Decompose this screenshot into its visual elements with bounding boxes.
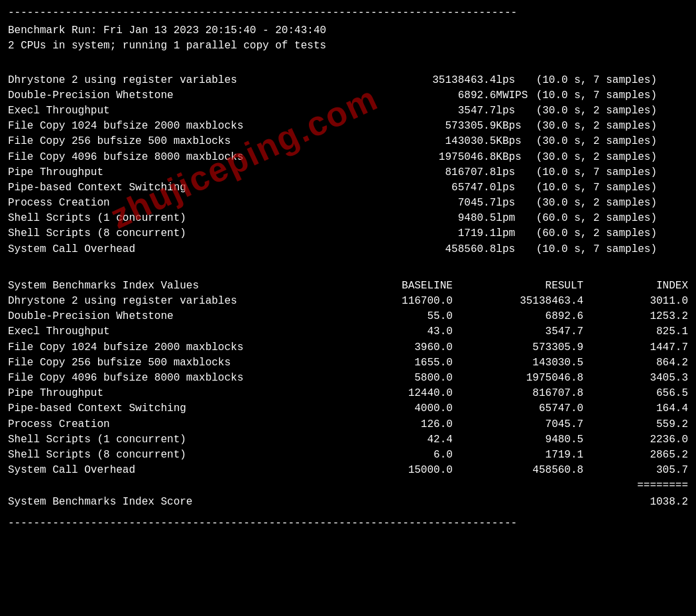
bench-name: Execl Throughput: [8, 103, 416, 119]
bench-name: System Call Overhead: [8, 242, 416, 257]
bench-unit: lps: [496, 196, 536, 211]
benchmark-row: Execl Throughput 3547.7 lps (30.0 s, 2 s…: [8, 103, 688, 119]
index-name: Shell Scripts (8 concurrent): [8, 448, 348, 463]
index-result: 1975046.8: [453, 371, 583, 386]
benchmark-header: Benchmark Run: Fri Jan 13 2023 20:15:40 …: [8, 23, 688, 54]
bench-info: (30.0 s, 2 samples): [536, 134, 688, 149]
bench-value: 1719.1: [416, 226, 496, 241]
bench-info: (10.0 s, 7 samples): [536, 242, 688, 257]
index-baseline: 3960.0: [348, 340, 453, 355]
bench-info: (10.0 s, 7 samples): [536, 165, 688, 180]
bench-unit: lps: [496, 103, 536, 119]
bench-unit: lps: [496, 242, 536, 257]
bench-unit: KBps: [496, 150, 536, 165]
index-index: 3405.3: [583, 371, 688, 386]
terminal-container: ----------------------------------------…: [8, 5, 688, 531]
bench-value: 65747.0: [416, 180, 496, 196]
score-label: System Benchmarks Index Score: [8, 493, 583, 510]
bench-unit: KBps: [496, 134, 536, 149]
benchmark-row: Pipe-based Context Switching 65747.0 lps…: [8, 180, 688, 196]
index-values-table: System Benchmarks Index Values BASELINE …: [8, 278, 688, 511]
index-data-row: Pipe-based Context Switching 4000.0 6574…: [8, 401, 688, 416]
index-data-row: Shell Scripts (1 concurrent) 42.4 9480.5…: [8, 432, 688, 448]
bench-value: 816707.8: [416, 165, 496, 180]
index-col-baseline: BASELINE: [348, 278, 453, 294]
bench-name: Pipe Throughput: [8, 165, 416, 180]
bench-name: File Copy 4096 bufsize 8000 maxblocks: [8, 150, 416, 165]
index-result: 143030.5: [453, 355, 583, 371]
bench-unit: KBps: [496, 119, 536, 134]
bench-value: 573305.9: [416, 119, 496, 134]
bench-value: 9480.5: [416, 211, 496, 226]
bench-info: (60.0 s, 2 samples): [536, 211, 688, 226]
index-result: 7045.7: [453, 417, 583, 432]
index-result: 458560.8: [453, 463, 583, 478]
index-index: 656.5: [583, 386, 688, 401]
bench-unit: lpm: [496, 226, 536, 241]
index-name: File Copy 4096 bufsize 8000 maxblocks: [8, 371, 348, 386]
index-index: 3011.0: [583, 294, 688, 309]
index-index: 1253.2: [583, 309, 688, 324]
index-index: 864.2: [583, 355, 688, 371]
bench-unit: lps: [496, 73, 536, 88]
index-data-row: File Copy 256 bufsize 500 maxblocks 1655…: [8, 355, 688, 371]
index-result: 65747.0: [453, 401, 583, 416]
index-baseline: 1655.0: [348, 355, 453, 371]
index-index: 1447.7: [583, 340, 688, 355]
index-index: 2865.2: [583, 448, 688, 463]
index-result: 816707.8: [453, 386, 583, 401]
bench-value: 35138463.4: [416, 73, 496, 88]
bench-name: Pipe-based Context Switching: [8, 180, 416, 196]
bench-value: 458560.8: [416, 242, 496, 257]
index-index: 559.2: [583, 417, 688, 432]
index-name: Process Creation: [8, 417, 348, 432]
header-line2: 2 CPUs in system; running 1 parallel cop…: [8, 38, 688, 54]
index-name: Dhrystone 2 using register variables: [8, 294, 348, 309]
index-baseline: 4000.0: [348, 401, 453, 416]
index-baseline: 15000.0: [348, 463, 453, 478]
index-name: System Call Overhead: [8, 463, 348, 478]
bottom-separator: ----------------------------------------…: [8, 516, 688, 531]
index-result: 3547.7: [453, 324, 583, 339]
index-data-row: Shell Scripts (8 concurrent) 6.0 1719.1 …: [8, 448, 688, 463]
bench-value: 143030.5: [416, 134, 496, 149]
index-name: File Copy 1024 bufsize 2000 maxblocks: [8, 340, 348, 355]
bench-name: Shell Scripts (8 concurrent): [8, 226, 416, 241]
benchmark-row: Shell Scripts (8 concurrent) 1719.1 lpm …: [8, 226, 688, 241]
bench-name: Dhrystone 2 using register variables: [8, 73, 416, 88]
index-data-row: Execl Throughput 43.0 3547.7 825.1: [8, 324, 688, 339]
index-baseline: 12440.0: [348, 386, 453, 401]
index-index: 305.7: [583, 463, 688, 478]
index-baseline: 126.0: [348, 417, 453, 432]
index-data-row: File Copy 1024 bufsize 2000 maxblocks 39…: [8, 340, 688, 355]
index-header-row: System Benchmarks Index Values BASELINE …: [8, 278, 688, 294]
bench-unit: lps: [496, 165, 536, 180]
index-col-result: RESULT: [453, 278, 583, 294]
index-baseline: 43.0: [348, 324, 453, 339]
index-data-row: Double-Precision Whetstone 55.0 6892.6 1…: [8, 309, 688, 324]
bench-info: (30.0 s, 2 samples): [536, 150, 688, 165]
bench-unit: lps: [496, 180, 536, 196]
index-name: Shell Scripts (1 concurrent): [8, 432, 348, 448]
bench-name: File Copy 1024 bufsize 2000 maxblocks: [8, 119, 416, 134]
bench-info: (60.0 s, 2 samples): [536, 226, 688, 241]
equals-line: ========: [583, 478, 688, 493]
index-data-row: Pipe Throughput 12440.0 816707.8 656.5: [8, 386, 688, 401]
index-baseline: 55.0: [348, 309, 453, 324]
bench-value: 6892.6: [416, 88, 496, 103]
index-data-row: Process Creation 126.0 7045.7 559.2: [8, 417, 688, 432]
benchmark-row: File Copy 4096 bufsize 8000 maxblocks 19…: [8, 150, 688, 165]
bench-name: Double-Precision Whetstone: [8, 88, 416, 103]
index-result: 9480.5: [453, 432, 583, 448]
index-data-row: Dhrystone 2 using register variables 116…: [8, 294, 688, 309]
index-header-label: System Benchmarks Index Values: [8, 278, 348, 294]
index-index: 825.1: [583, 324, 688, 339]
index-result: 6892.6: [453, 309, 583, 324]
bench-info: (10.0 s, 7 samples): [536, 73, 688, 88]
index-index: 2236.0: [583, 432, 688, 448]
index-name: Pipe Throughput: [8, 386, 348, 401]
index-data-row: System Call Overhead 15000.0 458560.8 30…: [8, 463, 688, 478]
index-baseline: 42.4: [348, 432, 453, 448]
benchmark-row: Process Creation 7045.7 lps (30.0 s, 2 s…: [8, 196, 688, 211]
bench-value: 3547.7: [416, 103, 496, 119]
